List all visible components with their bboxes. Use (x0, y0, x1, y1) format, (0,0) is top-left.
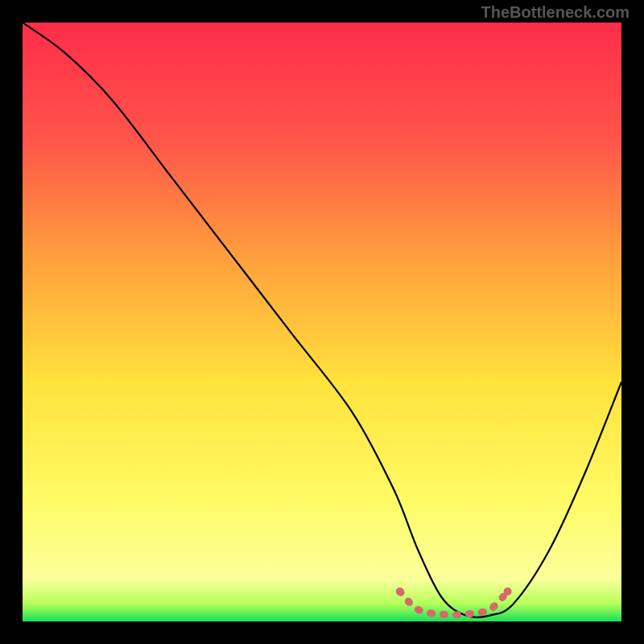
chart-svg (23, 23, 621, 621)
watermark-text: TheBottleneck.com (481, 3, 630, 22)
gradient-background (23, 23, 621, 621)
svg-point-0 (396, 588, 404, 596)
svg-point-1 (504, 588, 512, 596)
chart-canvas (23, 23, 621, 621)
